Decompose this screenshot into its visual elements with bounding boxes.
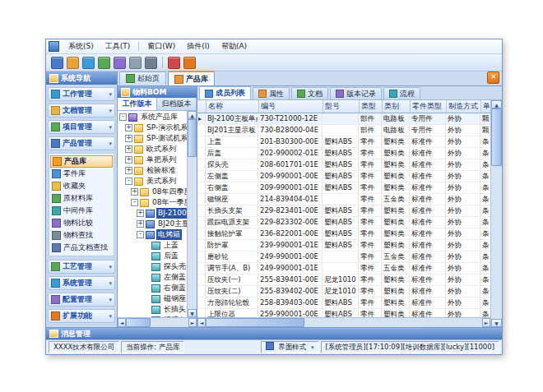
tree-expander-icon[interactable]: + xyxy=(137,220,144,228)
main-tab[interactable]: 起始页 xyxy=(119,71,166,85)
folder-icon[interactable] xyxy=(67,57,79,69)
scroll-down-icon[interactable] xyxy=(491,319,502,327)
scrollbar-thumb[interactable] xyxy=(126,318,151,327)
table-row[interactable]: 磨砂轮 249-990001-00E 零件 五金类 标准件 外协 条 xyxy=(197,251,490,263)
power-icon[interactable] xyxy=(183,57,196,69)
column-header[interactable]: 类别 xyxy=(383,100,411,113)
bom-version-tab[interactable]: 归档版本 xyxy=(157,98,197,110)
nav-group-header[interactable]: 文档管理 xyxy=(48,104,115,118)
favorite-icon[interactable] xyxy=(168,57,180,69)
tree-node[interactable]: + BJ20主显示板 xyxy=(118,219,187,229)
menu-item[interactable]: 窗口(W) xyxy=(142,40,181,53)
nav-item[interactable]: 零件库 xyxy=(50,168,113,180)
menu-item[interactable]: 系统(S) xyxy=(63,40,100,53)
column-header[interactable]: 型号 xyxy=(323,100,360,113)
monitor-icon[interactable] xyxy=(82,57,95,69)
tree-expander-icon[interactable]: + xyxy=(125,145,132,153)
tree-node[interactable]: + BJ-2100主板单点 xyxy=(118,208,187,219)
nav-item[interactable]: 产品库 xyxy=(50,155,113,168)
table-row[interactable]: 上盖 201-B30300-00E 塑料ABS 零件 塑料类 标准件 外协 条 xyxy=(197,136,490,148)
column-header[interactable]: 制造方式 xyxy=(447,100,481,113)
table-row[interactable]: 右侧盖 209-990001-01E 塑料ABS 零件 塑料类 标准件 外协 条 xyxy=(197,182,490,194)
table-row[interactable]: 磁钢座 214-839404-01E 零件 五金类 标准件 外协 条 xyxy=(197,194,490,205)
scroll-right-icon[interactable] xyxy=(188,318,197,327)
tree-node[interactable]: + 检验标准 xyxy=(118,165,187,176)
nav-item[interactable]: 物料查找 xyxy=(50,229,113,242)
nav-item[interactable]: 中间件库 xyxy=(50,205,113,217)
detail-tab[interactable]: 流程 xyxy=(383,87,420,99)
tree-node[interactable]: 磁钢座 xyxy=(118,293,187,304)
tree-node[interactable]: - 美式系列 xyxy=(118,176,187,187)
table-vertical-scrollbar[interactable] xyxy=(490,100,502,327)
tree-expander-icon[interactable]: + xyxy=(125,167,132,174)
nav-group-header[interactable]: 系统管理 xyxy=(48,276,115,290)
style-selector[interactable]: 界面样式 xyxy=(261,341,319,353)
scrollbar-track[interactable] xyxy=(304,318,482,327)
chart-icon[interactable] xyxy=(114,57,126,69)
tree-node[interactable]: - 电烤箱 xyxy=(118,229,187,240)
nav-item[interactable]: 收藏夹 xyxy=(50,180,113,192)
home-icon[interactable] xyxy=(51,57,63,69)
tree-node[interactable]: 左侧盖 xyxy=(118,272,187,283)
nav-group-header-product[interactable]: 产品管理 xyxy=(48,136,115,150)
mail-icon[interactable] xyxy=(98,57,110,69)
nav-item[interactable]: 物料比较 xyxy=(50,217,113,229)
table-row[interactable]: 探头壳 208-601701-01E 塑料ABS 零件 塑料类 标准件 外协 条 xyxy=(197,159,490,171)
tree-expander-icon[interactable]: + xyxy=(125,156,132,164)
menu-item[interactable]: 工具(T) xyxy=(100,40,137,53)
tree-node[interactable]: + 单把系列 xyxy=(118,154,187,165)
tree-expander-icon[interactable]: - xyxy=(119,113,127,121)
scroll-down-icon[interactable] xyxy=(188,309,197,317)
nav-group-header[interactable]: 配置管理 xyxy=(48,293,115,307)
tree-node[interactable]: 后盖 xyxy=(118,251,187,261)
scroll-left-icon[interactable] xyxy=(197,318,206,327)
nav-group-header[interactable]: 项目管理 xyxy=(48,120,115,134)
table-row[interactable]: 调节手(A、B) 249-990001-01E 零件 五金类 标准件 外协 条 xyxy=(197,263,490,274)
nav-item[interactable]: 产品文档查找 xyxy=(50,242,113,254)
detail-tab[interactable]: 版本记录 xyxy=(330,87,382,99)
scrollbar-track[interactable] xyxy=(151,318,188,327)
close-tab-button[interactable] xyxy=(487,71,499,84)
scroll-up-icon[interactable] xyxy=(491,100,502,108)
menu-item[interactable]: 插件(I) xyxy=(181,40,216,53)
scroll-left-icon[interactable] xyxy=(118,318,126,327)
gear-icon[interactable] xyxy=(145,57,157,69)
tree-expander-icon[interactable]: - xyxy=(131,199,138,206)
tree-node[interactable]: + 欧式系列 xyxy=(118,144,187,154)
tree-expander-icon[interactable]: + xyxy=(125,135,132,142)
tree-expander-icon[interactable]: - xyxy=(125,178,132,185)
table-row[interactable]: BJ-2100主板单点 730-T21000-12E 部件 电路板 专用件 外协… xyxy=(197,113,490,125)
scroll-up-icon[interactable] xyxy=(188,111,197,119)
tree-node[interactable]: 探头壳 xyxy=(118,261,187,272)
table-row[interactable]: 方形蹄轮轮毂 258-839403-00E 塑料ABS 零件 塑料类 标准件 外… xyxy=(197,297,490,309)
detail-tab[interactable]: 属性 xyxy=(253,87,290,99)
column-header[interactable]: 零件类型 xyxy=(411,100,447,113)
table-row[interactable]: 压纹夹(二) 255-839402-00E 尼龙1010 零件 塑料类 标准件 … xyxy=(197,286,490,297)
tree-expander-icon[interactable]: - xyxy=(137,231,144,238)
tree-node[interactable]: - 08年一季度 xyxy=(118,197,187,208)
table-row[interactable]: 上限位器 259-990001-00E 塑料ABS 零件 塑料类 标准件 外协 … xyxy=(197,309,490,317)
nav-group-header[interactable]: 工艺管理 xyxy=(48,260,115,274)
tree-vertical-scrollbar[interactable] xyxy=(187,111,197,317)
tree-expander-icon[interactable]: + xyxy=(125,124,132,131)
scrollbar-thumb[interactable] xyxy=(206,318,304,327)
tree-expander-icon[interactable]: + xyxy=(137,210,144,217)
table-row[interactable]: 防护罩 239-990001-01E 塑料ABS 零件 塑料类 标准件 外协 条 xyxy=(197,240,490,251)
table-row[interactable]: 压纹夹(一) 255-839401-00E 尼龙1010 零件 塑料类 标准件 … xyxy=(197,274,490,286)
nav-group-header[interactable]: 扩展功能 xyxy=(48,309,115,323)
column-header[interactable]: 名称 xyxy=(207,100,259,113)
tree-node[interactable]: 长插头支架 xyxy=(118,304,187,315)
column-header[interactable]: 编号 xyxy=(259,100,323,113)
tree-node[interactable]: 右侧盖 xyxy=(118,283,187,293)
table-horizontal-scrollbar[interactable] xyxy=(197,317,490,327)
scroll-right-icon[interactable] xyxy=(482,318,490,327)
scrollbar-thumb[interactable] xyxy=(491,108,502,166)
tree-node[interactable]: + SP-演示机系列 xyxy=(118,122,187,133)
bom-version-tab[interactable]: 工作版本 xyxy=(118,98,157,110)
tree-horizontal-scrollbar[interactable] xyxy=(118,317,197,327)
tree-node[interactable]: 上盖 xyxy=(118,240,187,251)
table-row[interactable]: 后盖 202-990002-01E 塑料ABS 零件 塑料类 标准件 外协 条 xyxy=(197,148,490,159)
tree-node[interactable]: + 08年四季度 xyxy=(118,187,187,197)
detail-tab[interactable]: 文档 xyxy=(291,87,328,99)
nav-item[interactable]: 原材料库 xyxy=(50,192,113,205)
